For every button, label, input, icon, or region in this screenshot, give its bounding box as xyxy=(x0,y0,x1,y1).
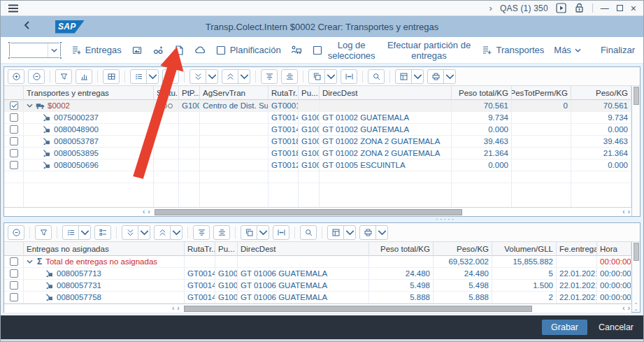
column-width-button[interactable] xyxy=(273,225,289,240)
search-button[interactable] xyxy=(300,225,317,240)
column-header[interactable]: Peso total/KG xyxy=(369,242,434,256)
scroll-right-icon[interactable]: › xyxy=(176,305,180,312)
collapse-all-dropdown[interactable] xyxy=(170,225,183,240)
column-header[interactable]: Peso/KG xyxy=(434,242,492,256)
cloud-button[interactable] xyxy=(194,45,206,56)
row-checkbox[interactable] xyxy=(10,137,18,145)
row-checkbox[interactable] xyxy=(10,161,18,169)
copy-button[interactable] xyxy=(241,225,257,240)
panel-splitter[interactable]: ····· xyxy=(3,217,641,222)
row-checkbox[interactable] xyxy=(10,281,18,290)
delivery-row[interactable]: 0080048900GT0014G100GT 01002 GUATEMALA0.… xyxy=(4,124,631,136)
maximize-button[interactable] xyxy=(617,5,623,11)
scrollbar-thumb[interactable] xyxy=(634,243,639,261)
print-dropdown[interactable] xyxy=(443,69,456,84)
expand-chevron-icon[interactable] xyxy=(27,104,33,108)
vertical-scrollbar[interactable]: ⌃⌄ xyxy=(631,242,640,312)
column-header[interactable]: RutaTr... xyxy=(269,86,299,100)
delivery-id[interactable]: 0080057731 xyxy=(57,281,101,290)
scroll-right-icon[interactable]: › xyxy=(627,208,631,215)
copy-dropdown[interactable] xyxy=(324,69,337,84)
scroll-right-icon[interactable]: › xyxy=(627,305,631,312)
delivery-row[interactable]: 0080053787GT0018G100GT 01002 ZONA 2 GUAT… xyxy=(4,136,631,148)
collapse-all-button[interactable] xyxy=(222,69,238,84)
export-button[interactable] xyxy=(395,69,412,84)
collapse-node-button[interactable] xyxy=(8,225,24,240)
export-button[interactable] xyxy=(327,225,344,240)
copy-button[interactable] xyxy=(308,69,325,84)
horizontal-scrollbar[interactable]: ‹ › ‹ › xyxy=(4,304,631,313)
transport-combobox[interactable] xyxy=(9,43,61,58)
expand-all-dropdown[interactable] xyxy=(206,69,218,84)
column-header[interactable]: AgServTran xyxy=(200,86,269,100)
scroll-left-icon[interactable]: ‹ xyxy=(171,305,176,312)
scrollbar-thumb[interactable] xyxy=(634,87,639,105)
row-checkbox[interactable] xyxy=(10,113,18,122)
layout-button[interactable] xyxy=(103,69,120,84)
delivery-id[interactable]: 0080048900 xyxy=(54,125,99,134)
delivery-id[interactable]: 0075000237 xyxy=(54,113,99,122)
collapse-all-button[interactable] xyxy=(154,225,171,240)
views-button[interactable] xyxy=(94,225,111,240)
checklist-button[interactable] xyxy=(130,69,147,84)
delivery-row[interactable]: 0080057713GT0014G100GT 01006 GUATEMALA24… xyxy=(4,268,631,280)
transport-id[interactable]: $0002 xyxy=(48,101,70,110)
scroll-left-icon[interactable]: ‹ xyxy=(621,305,626,312)
select-all-column[interactable] xyxy=(4,86,24,100)
column-header[interactable]: Statu... xyxy=(154,86,179,100)
row-checkbox[interactable] xyxy=(10,269,18,278)
chevron-right-icon[interactable]: › xyxy=(489,3,492,13)
vertical-scrollbar[interactable] xyxy=(631,86,640,216)
minimize-button[interactable]: — xyxy=(601,4,609,13)
delivery-row[interactable]: 0080050696GT0012G100GT 01005 ESCUINTLA0.… xyxy=(4,159,631,171)
collapse-all-dropdown[interactable] xyxy=(238,69,250,84)
chart-button[interactable] xyxy=(76,69,92,84)
select-all-column[interactable] xyxy=(4,242,24,256)
column-header[interactable]: Entregas no asignadas xyxy=(24,242,185,256)
checklist-button[interactable] xyxy=(62,225,79,240)
copy-dropdown[interactable] xyxy=(257,225,269,240)
checklist-dropdown[interactable] xyxy=(146,69,159,84)
log-selecciones-button[interactable]: Log de selecciones xyxy=(312,40,377,61)
checklist-dropdown[interactable] xyxy=(78,225,91,240)
splitter-handle[interactable]: ····· xyxy=(436,216,455,222)
column-header[interactable]: DirecDest xyxy=(238,242,369,256)
expand-all-button[interactable] xyxy=(122,225,138,240)
scroll-down-icon[interactable]: ⌄ xyxy=(634,307,638,311)
delivery-id[interactable]: 0080053895 xyxy=(54,149,99,157)
cancelar-button[interactable]: Cancelar xyxy=(599,322,634,332)
print-dropdown[interactable] xyxy=(375,225,388,240)
particion-entregas-button[interactable]: Efectuar partición de entregas xyxy=(387,40,472,61)
delivery-id[interactable]: 0080053787 xyxy=(54,137,99,145)
delivery-row[interactable]: 0075000237GT0014G100GT 01002 GUATEMALA9.… xyxy=(4,112,631,124)
delivery-row[interactable]: 0080057731GT0014G100GT 01006 GUATEMALA5.… xyxy=(4,280,631,292)
hamburger-menu-icon[interactable] xyxy=(8,4,19,13)
horizontal-scrollbar[interactable]: ‹ › ‹ › xyxy=(4,207,631,216)
search-button[interactable] xyxy=(368,69,385,84)
row-checkbox[interactable] xyxy=(10,125,18,134)
row-checkbox[interactable] xyxy=(10,257,18,266)
align-center-button[interactable] xyxy=(213,225,230,240)
finalizar-button[interactable]: Finalizar xyxy=(601,45,635,55)
planificacion-button[interactable]: Planificación xyxy=(215,45,281,56)
column-header[interactable]: Pu... xyxy=(215,242,238,256)
display-glasses-button[interactable] xyxy=(152,45,164,56)
mas-menu-button[interactable]: Más xyxy=(554,45,581,55)
column-header[interactable]: Peso total/KG xyxy=(452,86,512,100)
column-header[interactable]: PesTotPerm/KG xyxy=(512,86,571,100)
document-button[interactable] xyxy=(173,45,185,56)
align-top-button[interactable] xyxy=(261,69,278,84)
print-button[interactable] xyxy=(427,69,444,84)
scrollbar-thumb[interactable] xyxy=(184,306,532,312)
align-top-button[interactable] xyxy=(193,225,210,240)
column-header[interactable]: Pu... xyxy=(299,86,320,100)
views-button[interactable] xyxy=(162,69,179,84)
export-dropdown[interactable] xyxy=(343,225,356,240)
export-dropdown[interactable] xyxy=(411,69,424,84)
transport-row[interactable]: $0002G100Centro de Dist. Super...GT00017… xyxy=(4,100,631,112)
delivery-row[interactable]: 0080057758GT0014G100GT 01006 GUATEMALA5.… xyxy=(4,292,631,304)
scroll-right-icon[interactable]: › xyxy=(146,208,151,215)
delivery-id[interactable]: 0080050696 xyxy=(54,161,99,169)
expand-chevron-icon[interactable] xyxy=(27,259,33,264)
column-header[interactable]: Hora xyxy=(597,242,631,256)
